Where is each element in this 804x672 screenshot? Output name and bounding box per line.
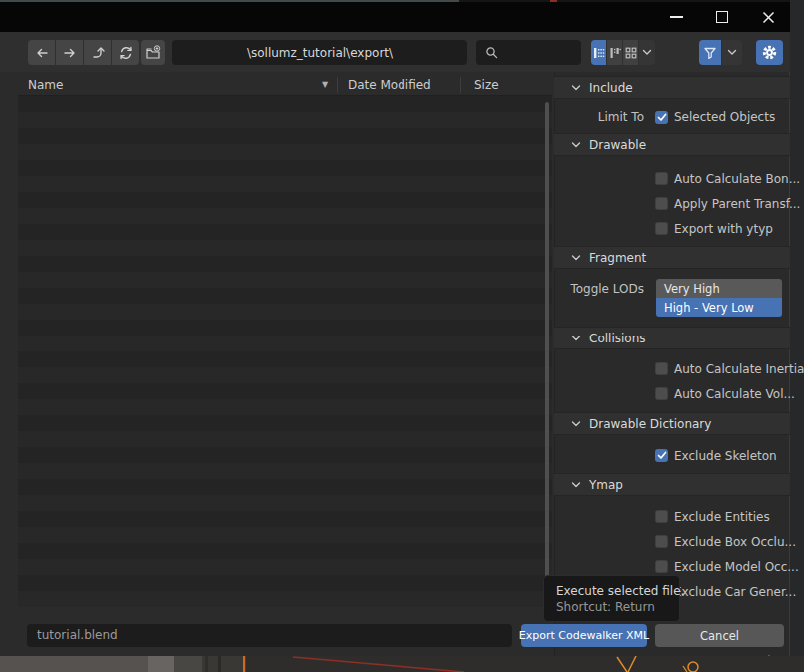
checkbox-label: Auto Calculate Vol... xyxy=(674,387,795,401)
display-settings-dropdown[interactable] xyxy=(639,40,655,65)
column-divider[interactable] xyxy=(460,77,461,93)
export-with-ytyp-checkbox[interactable] xyxy=(655,222,668,235)
window-maximize-button[interactable] xyxy=(707,2,737,32)
auto-calculate-bone-checkbox[interactable] xyxy=(655,172,668,185)
section-header-ymap[interactable]: Ymap xyxy=(554,473,790,496)
tooltip: Execute selected file. Shortcut: Return xyxy=(543,575,680,622)
lod-toggle-group: Very High High - Very Low xyxy=(656,279,782,317)
parent-directory-button[interactable] xyxy=(84,40,111,65)
minimize-icon xyxy=(670,16,683,18)
column-header-name[interactable]: Name xyxy=(28,78,63,92)
view-thumbnails-button[interactable] xyxy=(623,40,638,65)
back-arrow-icon xyxy=(34,46,50,60)
exclude-model-occluders-checkbox[interactable] xyxy=(655,560,668,573)
chevron-down-icon xyxy=(571,420,581,428)
new-folder-button[interactable] xyxy=(141,40,165,65)
sort-indicator-icon[interactable]: ▼ xyxy=(322,80,328,89)
filter-funnel-icon xyxy=(703,46,717,60)
auto-calculate-volume-checkbox[interactable] xyxy=(655,387,668,400)
option-row: Auto Calculate Bon... xyxy=(554,166,790,191)
background-app-right-edge xyxy=(790,0,804,656)
limit-to-row: Limit To Selected Objects xyxy=(554,104,790,130)
section-title: Include xyxy=(589,81,633,95)
option-row: Export with ytyp xyxy=(554,216,790,241)
apply-parent-transforms-checkbox[interactable] xyxy=(655,197,668,210)
option-row: Auto Calculate Vol... xyxy=(554,381,790,406)
section-header-fragment[interactable]: Fragment xyxy=(554,246,790,269)
file-path-value: \sollumz_tutorial\export\ xyxy=(247,46,393,60)
option-row: Exclude Box Occlu... xyxy=(554,529,790,554)
maximize-icon xyxy=(716,11,728,23)
checkbox-label: Exclude Model Occ... xyxy=(674,560,799,574)
forward-button[interactable] xyxy=(56,40,83,65)
tooltip-shortcut: Shortcut: Return xyxy=(556,599,679,616)
refresh-icon xyxy=(118,45,134,61)
checkbox-label: Selected Objects xyxy=(674,110,775,124)
section-header-include[interactable]: Include xyxy=(554,76,790,99)
exclude-entities-checkbox[interactable] xyxy=(655,510,668,523)
column-header-size[interactable]: Size xyxy=(474,78,499,92)
checkbox-label: Exclude Entities xyxy=(674,510,770,524)
screen: \sollumz_tutorial\export\ xyxy=(0,0,804,672)
lod-option-very-high[interactable]: Very High xyxy=(656,279,782,298)
checkmark-icon xyxy=(657,113,667,122)
viewport-strip xyxy=(0,656,804,672)
column-divider[interactable] xyxy=(337,77,338,93)
option-row: Apply Parent Transf... xyxy=(554,191,790,216)
view-horizontal-list-button[interactable] xyxy=(607,40,622,65)
section-title: Drawable xyxy=(589,138,646,152)
file-list-scrollbar[interactable] xyxy=(545,102,549,581)
auto-calculate-inertia-checkbox[interactable] xyxy=(655,362,668,375)
search-icon xyxy=(484,45,499,60)
file-list[interactable] xyxy=(18,95,552,607)
column-header-date-modified[interactable]: Date Modified xyxy=(348,78,431,92)
navigation-button-group xyxy=(28,40,139,65)
section-header-drawable[interactable]: Drawable xyxy=(554,133,790,156)
chevron-down-icon xyxy=(571,254,581,262)
checkbox-label: Apply Parent Transf... xyxy=(674,197,800,211)
checkbox-label: Auto Calculate Bon... xyxy=(674,172,800,186)
filter-toggle-button[interactable] xyxy=(699,40,721,65)
toggle-lods-label: Toggle LODs xyxy=(554,282,644,296)
thumbnails-grid-icon xyxy=(625,47,637,59)
search-input[interactable] xyxy=(476,40,581,65)
section-header-collisions[interactable]: Collisions xyxy=(554,327,790,349)
horizontal-list-icon xyxy=(609,47,621,59)
lod-option-high-very-low[interactable]: High - Very Low xyxy=(656,298,782,317)
chevron-down-icon xyxy=(571,141,581,149)
checkbox-label: Exclude Car Gener... xyxy=(674,585,796,599)
exclude-box-occluders-checkbox[interactable] xyxy=(655,535,668,548)
limit-to-label: Limit To xyxy=(554,110,644,124)
file-path-input[interactable]: \sollumz_tutorial\export\ xyxy=(172,40,467,65)
option-row: Exclude Skeleton xyxy=(554,443,790,468)
filter-dropdown[interactable] xyxy=(722,40,742,65)
checkbox-label: Exclude Box Occlu... xyxy=(674,535,796,549)
cancel-button[interactable]: Cancel xyxy=(655,624,784,647)
refresh-button[interactable] xyxy=(112,40,139,65)
close-icon xyxy=(762,11,775,24)
checkbox-label: Exclude Skeleton xyxy=(674,449,777,463)
new-folder-icon xyxy=(145,45,161,60)
chevron-down-icon xyxy=(571,335,581,342)
exclude-skeleton-checkbox[interactable] xyxy=(655,449,668,462)
chevron-down-icon xyxy=(642,49,652,56)
tooltip-description: Execute selected file. xyxy=(556,583,679,599)
checkbox-label: Auto Calculate Inertia xyxy=(674,362,804,376)
section-header-drawable-dictionary[interactable]: Drawable Dictionary xyxy=(554,412,790,435)
chevron-down-icon xyxy=(727,49,737,56)
section-title: Fragment xyxy=(589,251,646,265)
window-minimize-button[interactable] xyxy=(661,2,691,32)
chevron-down-icon xyxy=(571,84,581,92)
export-codewalker-xml-button[interactable]: Export Codewalker XML xyxy=(521,624,647,647)
view-vertical-list-button[interactable] xyxy=(591,40,606,65)
option-row: Auto Calculate Inertia xyxy=(554,356,790,381)
checkbox-label: Export with ytyp xyxy=(674,222,773,236)
selected-objects-checkbox[interactable] xyxy=(655,111,668,124)
window-close-button[interactable] xyxy=(753,2,783,32)
settings-button[interactable] xyxy=(756,40,783,65)
back-button[interactable] xyxy=(28,40,55,65)
filename-input[interactable]: tutorial.blend xyxy=(27,624,512,647)
vertical-list-icon xyxy=(593,47,605,59)
forward-arrow-icon xyxy=(62,46,78,60)
option-row: Exclude Entities xyxy=(554,504,790,529)
